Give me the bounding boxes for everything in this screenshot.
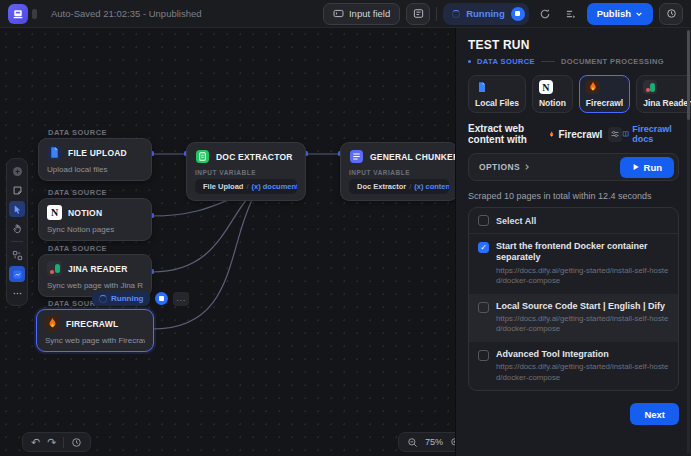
panel-divider (63, 437, 64, 448)
options-bar: OPTIONS Run (468, 153, 679, 181)
variable-separator: / (409, 182, 411, 191)
variable-separator: / (246, 182, 248, 191)
select-all-checkbox[interactable]: ✓ (478, 215, 489, 226)
options-label: OPTIONS (479, 162, 520, 172)
tab-label: Firecrawl (586, 98, 623, 108)
input-variable-label: INPUT VARIABLE (349, 169, 449, 176)
stop-icon (515, 11, 520, 16)
node-kind-label: DATA SOURCE (48, 188, 107, 197)
topbar-actions: Input field Running Publish (323, 3, 683, 25)
input-field-label: Input field (349, 8, 390, 19)
doc-item-checkbox-1[interactable]: ✓ (478, 302, 489, 313)
tab-local-files[interactable]: Local Files (468, 75, 526, 113)
tab-firecrawl[interactable]: Firecrawl (579, 75, 630, 113)
stop-run-button[interactable] (511, 7, 525, 21)
zoom-out-button[interactable] (407, 437, 418, 448)
node-firecrawl[interactable]: FIRECRAWL Sync web page with Firecrawl (36, 309, 154, 352)
more-dots-icon (12, 288, 23, 299)
variable-inspector-button[interactable] (9, 266, 25, 282)
extract-title: Extract web content with Firecrawl (468, 123, 602, 145)
node-file-upload[interactable]: FILE UPLOAD Upload local files (38, 138, 152, 181)
node-general-chunker[interactable]: GENERAL CHUNKER INPUT VARIABLE Doc Extra… (340, 142, 458, 201)
extract-settings-button[interactable] (608, 127, 622, 142)
stop-icon (159, 296, 164, 301)
scraped-page-row[interactable]: ✓ Start the frontend Docker container se… (469, 234, 678, 294)
scraped-page-row[interactable]: ✓ Advanced Tool Integration https://docs… (469, 342, 678, 390)
variable-name: (x) content (414, 182, 449, 191)
run-button[interactable]: Run (620, 157, 674, 178)
version-history-button[interactable] (659, 3, 683, 25)
input-field-button[interactable]: Input field (323, 3, 400, 25)
next-row: Next (468, 403, 679, 425)
doc-item-checkbox-0[interactable]: ✓ (478, 242, 489, 253)
node-desc: Upload local files (47, 165, 143, 174)
zoom-out-icon (407, 437, 418, 448)
node-running-badge: Running (92, 291, 150, 306)
restart-run-button[interactable] (535, 4, 555, 24)
laptop-icon (12, 8, 24, 20)
firecrawl-flame-icon (45, 316, 60, 331)
history-clock-icon (71, 437, 82, 448)
doc-item-url: https://docs.dify.ai/getting-started/ins… (496, 266, 669, 287)
edge-layer (0, 28, 455, 456)
run-detail-icon (565, 8, 577, 20)
chevron-down-icon (635, 10, 643, 18)
extract-prefix: Extract web content with (468, 123, 545, 145)
node-kind-label: DATA SOURCE (48, 244, 107, 253)
change-history-button[interactable] (71, 437, 82, 448)
firecrawl-flame-icon (586, 80, 600, 94)
variable-source: File Upload (203, 182, 243, 191)
node-notion[interactable]: N NOTION Sync Notion pages (38, 198, 152, 241)
node-doc-extractor[interactable]: DOC EXTRACTOR INPUT VARIABLE File Upload… (186, 142, 306, 201)
view-run-detail-button[interactable] (561, 4, 581, 24)
next-button[interactable]: Next (630, 403, 679, 425)
app-logo-icon[interactable] (8, 4, 28, 24)
select-all-row[interactable]: ✓ Select All (469, 208, 678, 234)
undo-redo-panel: ↶ ↷ (22, 432, 91, 452)
node-title: FILE UPLOAD (68, 148, 127, 158)
options-toggle[interactable]: OPTIONS (479, 162, 531, 172)
docs-link-label: Firecrawl docs (632, 124, 679, 144)
pointer-mode-button[interactable] (9, 201, 25, 217)
run-status-group: Running (443, 3, 529, 25)
canvas-tool-rail (6, 158, 28, 306)
checklist-panel-button[interactable] (406, 3, 430, 25)
organize-blocks-button[interactable] (9, 247, 25, 263)
workflow-app: Auto-Saved 21:02:35 - Unpublished Input … (0, 0, 691, 456)
tab-jina-reader[interactable]: Jina Reader (636, 75, 691, 113)
general-chunker-icon (349, 149, 364, 164)
autosave-status: Auto-Saved 21:02:35 - Unpublished (51, 8, 202, 19)
notion-icon: N (47, 205, 62, 220)
step-dot-icon (468, 60, 471, 63)
jina-reader-icon (47, 261, 62, 276)
workflow-canvas[interactable]: DATA SOURCE DATA SOURCE DATA SOURCE DATA… (0, 28, 455, 456)
history-clock-icon (666, 8, 677, 19)
book-icon (622, 129, 629, 139)
step-document-processing: DOCUMENT PROCESSING (561, 57, 664, 66)
node-stop-button[interactable] (155, 292, 168, 305)
firecrawl-docs-link[interactable]: Firecrawl docs (622, 124, 679, 144)
redo-button[interactable]: ↷ (47, 437, 56, 448)
test-run-panel: TEST RUN DATA SOURCE DOCUMENT PROCESSING… (455, 28, 691, 456)
scraped-page-row[interactable]: ✓ Local Source Code Start | English | Di… (469, 294, 678, 342)
run-label: Run (644, 162, 662, 173)
variable-name: (x) documents (252, 182, 297, 191)
tab-notion[interactable]: N Notion (532, 75, 573, 113)
spinner-icon (452, 10, 460, 18)
doc-item-checkbox-2[interactable]: ✓ (478, 350, 489, 361)
input-field-icon (333, 8, 344, 19)
publish-button[interactable]: Publish (587, 3, 653, 25)
undo-button[interactable]: ↶ (31, 437, 40, 448)
hand-mode-button[interactable] (9, 220, 25, 236)
rail-more-button[interactable] (9, 285, 25, 301)
node-title: DOC EXTRACTOR (216, 152, 293, 162)
panel-scrollbar-thumb[interactable] (687, 30, 690, 120)
zoom-level[interactable]: 75% (425, 437, 443, 447)
add-note-button[interactable] (9, 182, 25, 198)
workspace-handle-icon[interactable] (32, 9, 37, 19)
step-indicator: DATA SOURCE DOCUMENT PROCESSING (468, 57, 679, 66)
node-more-button[interactable]: ... (173, 292, 189, 306)
doc-item-content: Advanced Tool Integration https://docs.d… (496, 349, 669, 383)
doc-extractor-icon (195, 149, 210, 164)
add-block-button[interactable] (9, 163, 25, 179)
